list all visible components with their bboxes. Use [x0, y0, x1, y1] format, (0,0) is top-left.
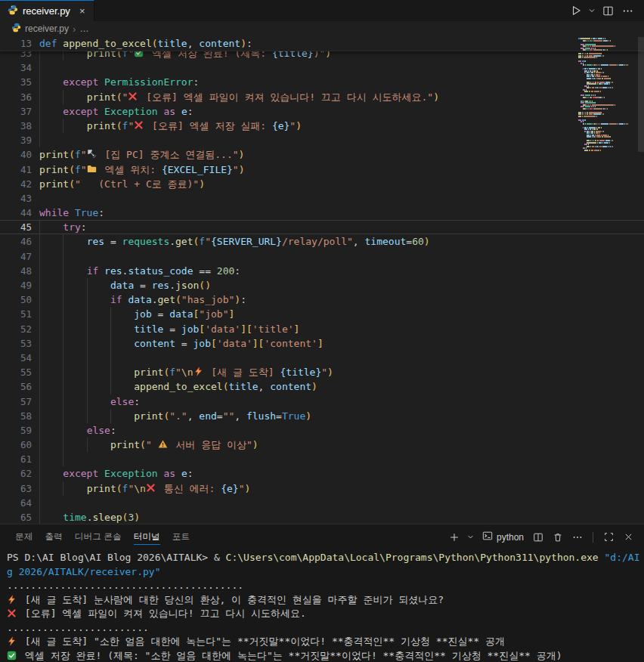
minimap[interactable] [577, 38, 637, 153]
line-number: 58 [0, 409, 32, 423]
scrollbar-thumb[interactable] [638, 37, 644, 152]
code-text: else: [39, 423, 116, 438]
code-line-41[interactable]: 41print(f" 엑셀 위치: {EXCEL_FILE}") [0, 162, 644, 177]
code-text: print(f"\n 통신 에러: {e}") [39, 481, 250, 496]
line-number: 42 [0, 177, 32, 191]
more-actions-icon[interactable] [569, 529, 586, 546]
code-line-62[interactable]: 62 except Exception as e: [0, 466, 644, 481]
maximize-panel-icon[interactable] [600, 529, 617, 546]
breadcrumb-symbol-ellipsis[interactable]: … [79, 23, 88, 34]
code-line-65[interactable]: 65 time.sleep(3) [0, 510, 644, 524]
code-text: print(f" [집 PC] 중계소 연결됨...") [39, 147, 244, 162]
panel-tab-terminal[interactable]: 터미널 [128, 524, 166, 549]
code-line-40[interactable]: 40print(f" [집 PC] 중계소 연결됨...") [0, 147, 644, 162]
code-line-50[interactable]: 50 if data.get("has_job"): [0, 292, 644, 307]
code-line-63[interactable]: 63 print(f"\n 통신 에러: {e}") [0, 481, 644, 496]
clipped-code-line[interactable]: 33 print(f" 엑셀 저장 완료! (제목: {title})") [0, 51, 644, 60]
code-text: except PermissionError: [39, 75, 199, 89]
panel-tab-debug-console[interactable]: 디버그 콘솔 [69, 524, 128, 549]
code-line-35[interactable]: 35 except PermissionError: [0, 75, 644, 89]
x-mark-icon [7, 608, 19, 618]
code-text: res = requests.get(f"{SERVER_URL}/relay/… [39, 234, 430, 249]
editor[interactable]: 13def append_to_excel(title, content): 3… [0, 36, 644, 524]
more-actions-icon[interactable] [618, 2, 636, 19]
code-line-38[interactable]: 38 print(f" [오류] 엑셀 저장 실패: {e}") [0, 119, 644, 133]
code-line-53[interactable]: 53 content = job['data']['content'] [0, 336, 644, 351]
line-number: 51 [0, 307, 32, 321]
editor-scrollbar[interactable] [638, 36, 644, 524]
close-tab-icon[interactable]: × [78, 5, 87, 17]
code-line-59[interactable]: 59 else: [0, 423, 644, 438]
line-number: 53 [0, 336, 32, 351]
code-line-60[interactable]: 60 print(" 서버 응답 이상") [0, 438, 644, 452]
code-line-13[interactable]: 13def append_to_excel(title, content): [0, 36, 644, 51]
code-line-55[interactable]: 55 print(f"\n [새 글 도착] {title}") [0, 365, 644, 379]
code-line-49[interactable]: 49 data = res.json() [0, 278, 644, 292]
line-number: 56 [0, 379, 32, 394]
code-line-34[interactable]: 34 [0, 60, 644, 75]
split-terminal-icon[interactable] [530, 529, 546, 546]
tab-receiver-py[interactable]: receiver.py × [0, 0, 94, 21]
terminal-output[interactable]: PS D:\AI Blog\AI Blog 2026\AITALK> & C:\… [0, 549, 644, 662]
new-terminal-icon[interactable] [446, 529, 463, 546]
terminal-line: ........................ [7, 621, 644, 636]
code-line-54[interactable]: 54 [0, 351, 644, 365]
indent-guide [63, 249, 63, 264]
code-line-64[interactable]: 64 [0, 496, 644, 510]
code-area[interactable]: 3435 except PermissionError:36 print(" [… [0, 60, 644, 524]
code-line-52[interactable]: 52 title = job['data']['title'] [0, 322, 644, 336]
code-line-33[interactable]: 33 print(f" 엑셀 저장 완료! (제목: {title})") [0, 51, 644, 60]
breadcrumb-file[interactable]: receiver.py [25, 23, 69, 34]
code-text: print(" (Ctrl + C로 종료)") [39, 177, 205, 191]
python-file-icon [11, 23, 21, 35]
panel-tab-output[interactable]: 출력 [39, 524, 68, 549]
code-line-58[interactable]: 58 print(".", end="", flush=True) [0, 409, 644, 423]
panel-tab-ports[interactable]: 포트 [166, 524, 196, 549]
code-line-48[interactable]: 48 if res.status_code == 200: [0, 264, 644, 278]
line-number: 60 [0, 438, 32, 452]
code-text: if data.get("has_job"): [39, 292, 246, 307]
code-line-57[interactable]: 57 else: [0, 394, 644, 409]
code-line-46[interactable]: 46 res = requests.get(f"{SERVER_URL}/rel… [0, 234, 644, 249]
run-python-file-icon[interactable] [567, 2, 585, 19]
code-line-37[interactable]: 37 except Exception as e: [0, 104, 644, 119]
folder-icon [87, 164, 99, 174]
terminal-instance-python[interactable]: python [479, 531, 527, 543]
code-line-51[interactable]: 51 job = data["job"] [0, 307, 644, 321]
terminal-line: g 2026/AITALK/receiver.py" [7, 565, 644, 580]
lightning-icon [7, 595, 19, 605]
launch-profile-chevron-icon[interactable] [466, 529, 476, 546]
code-text: time.sleep(3) [39, 510, 140, 524]
tab-label: receiver.py [23, 5, 70, 17]
split-editor-icon[interactable] [599, 2, 617, 19]
code-text: while True: [39, 206, 104, 220]
indent-guide [87, 351, 88, 365]
warning-icon [158, 439, 170, 449]
divider [593, 532, 593, 543]
satellite-icon [87, 149, 99, 159]
code-line-36[interactable]: 36 print(" [오류] 엑셀 파일이 켜져 있습니다! 끄고 다시 시도… [0, 90, 644, 104]
check-icon [7, 651, 19, 660]
code-line-47[interactable]: 47 [0, 249, 644, 264]
code-line-45[interactable]: 45 try: [0, 220, 644, 234]
sticky-scroll-line[interactable]: 13def append_to_excel(title, content): [0, 36, 644, 51]
terminal-line: ........................................ [7, 579, 644, 593]
breadcrumb: receiver.py › … [0, 21, 644, 36]
code-line-42[interactable]: 42print(" (Ctrl + C로 종료)") [0, 177, 644, 191]
code-line-56[interactable]: 56 append_to_excel(title, content) [0, 379, 644, 394]
code-text: print(f" [오류] 엑셀 저장 실패: {e}") [39, 119, 302, 133]
run-dropdown-chevron-icon[interactable] [587, 2, 597, 19]
code-text: except Exception as e: [39, 466, 194, 481]
line-number: 55 [0, 365, 32, 379]
kill-terminal-icon[interactable] [550, 529, 566, 546]
close-panel-icon[interactable] [620, 529, 636, 546]
code-text: if res.status_code == 200: [39, 264, 240, 278]
code-line-39[interactable]: 39 [0, 133, 644, 147]
panel-tab-problems[interactable]: 문제 [9, 524, 39, 549]
line-number: 47 [0, 249, 32, 264]
indent-guide [110, 351, 111, 365]
code-line-61[interactable]: 61 [0, 452, 644, 466]
indent-guide [39, 452, 40, 466]
code-line-43[interactable]: 43 [0, 191, 644, 206]
code-line-44[interactable]: 44while True: [0, 206, 644, 220]
